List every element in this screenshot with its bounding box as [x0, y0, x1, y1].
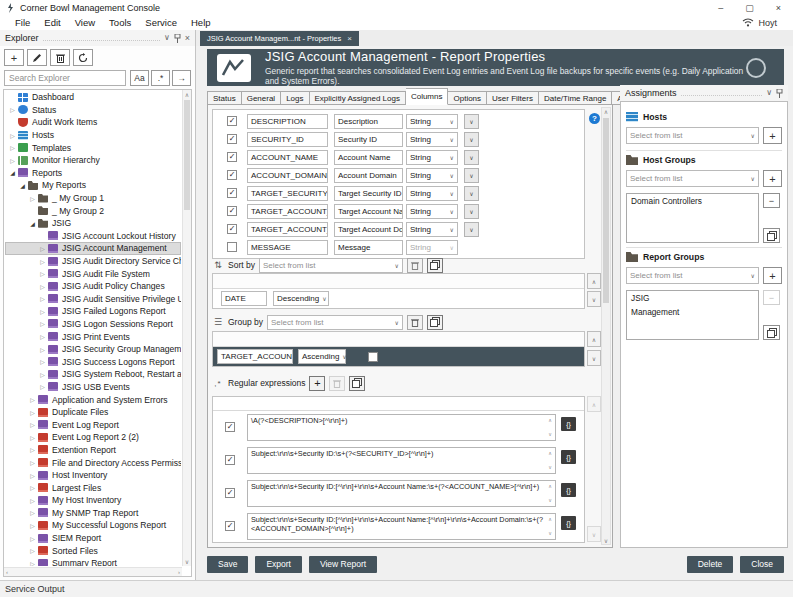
tree-item[interactable]: ▷Application and System Errors	[5, 393, 181, 406]
regex-copy-button[interactable]	[349, 376, 365, 391]
collapsed-expander-icon[interactable]: ▷	[38, 270, 47, 277]
column-name-input[interactable]: ACCOUNT_NAME	[247, 150, 328, 165]
column-display-input[interactable]: Target Account Domain	[334, 222, 403, 237]
search-input[interactable]: Search Explorer	[4, 70, 126, 86]
assignment-remove-button[interactable]: −	[763, 193, 780, 208]
close-properties-button[interactable]: Close	[740, 556, 784, 573]
tree-item[interactable]: ▷JSIG Audit Directory Service Changes (G…	[5, 255, 181, 268]
tree-item[interactable]: ▷JSIG Audit File System	[5, 267, 181, 280]
collapsed-expander-icon[interactable]: ▷	[28, 396, 37, 403]
tree-item[interactable]: ▷Summary Report	[5, 557, 181, 566]
column-type-select[interactable]: String∨	[406, 222, 458, 237]
collapsed-expander-icon[interactable]: ▷	[38, 333, 47, 340]
assignment-add-button[interactable]: +	[763, 267, 782, 284]
insert-token-button[interactable]: {}	[561, 516, 576, 530]
tree-item[interactable]: ▷Status	[5, 104, 181, 117]
tree-item[interactable]: ▷JSIG Logon Sessions Report	[5, 318, 181, 331]
assignment-listbox[interactable]: JSIGManagement	[626, 290, 759, 340]
column-enabled-checkbox[interactable]: ✓	[227, 206, 237, 216]
regex-filter-button[interactable]: .*	[151, 70, 170, 86]
tree-item[interactable]: ▷My Successful Logons Report	[5, 519, 181, 532]
assignment-listbox[interactable]: Domain Controllers	[626, 193, 759, 243]
column-options-button[interactable]: ∨	[464, 114, 479, 129]
column-name-input[interactable]: TARGET_ACCOUNT_DOMAIN	[247, 222, 328, 237]
regex-enabled-checkbox[interactable]: ✓	[225, 455, 235, 465]
regex-enabled-checkbox[interactable]: ✓	[225, 422, 235, 432]
collapsed-expander-icon[interactable]: ▷	[28, 560, 37, 566]
assignment-select[interactable]: Select from list∨	[626, 170, 759, 187]
column-options-button[interactable]: ∨	[464, 132, 479, 147]
assignment-copy-button[interactable]	[763, 325, 780, 340]
collapsed-expander-icon[interactable]: ▷	[28, 497, 37, 504]
regex-enabled-checkbox[interactable]: ✓	[225, 521, 235, 531]
tree-item[interactable]: ◢JSIG	[5, 217, 181, 230]
tree-item[interactable]: ▷Duplicate Files	[5, 406, 181, 419]
textbox-scrollbar[interactable]: ∧∨	[546, 482, 554, 505]
column-display-input[interactable]: Target Account Name	[334, 204, 403, 219]
tab-date-time-range[interactable]: Date/Time Range	[539, 91, 612, 105]
regex-value-input[interactable]: Subject:\r\n\s+Security ID:[^\r\n]+\r\n\…	[247, 513, 556, 540]
assignment-select[interactable]: Select from list∨	[626, 127, 759, 144]
column-enabled-checkbox[interactable]: ✓	[227, 224, 237, 234]
page-scrollbar[interactable]: ∧∨	[601, 107, 611, 545]
group-copy-button[interactable]	[427, 315, 443, 330]
tree-item[interactable]: ▷Extention Report	[5, 444, 181, 457]
collapsed-expander-icon[interactable]: ▷	[38, 245, 47, 252]
column-type-select[interactable]: String∨	[406, 150, 458, 165]
textbox-scrollbar[interactable]: ∧∨	[546, 515, 554, 538]
expanded-expander-icon[interactable]: ◢	[8, 169, 17, 176]
column-name-input[interactable]: ACCOUNT_DOMAIN	[247, 168, 328, 183]
column-display-input[interactable]: Account Name	[334, 150, 403, 165]
tree-item[interactable]: ▷JSIG Audit Sensitive Privilege Use	[5, 293, 181, 306]
collapsed-expander-icon[interactable]: ▷	[28, 195, 37, 202]
tree-item[interactable]: ▷Monitor Hierarchy	[5, 154, 181, 167]
edit-button[interactable]	[27, 49, 47, 66]
assignment-select[interactable]: Select from list∨	[626, 267, 759, 284]
column-type-select[interactable]: String∨	[406, 114, 458, 129]
assignment-add-button[interactable]: +	[763, 170, 782, 187]
column-type-select[interactable]: String∨	[406, 240, 458, 255]
tab-logs[interactable]: Logs	[281, 91, 309, 105]
menu-item-service[interactable]: Service	[138, 17, 184, 28]
menu-item-tools[interactable]: Tools	[102, 17, 138, 28]
collapsed-expander-icon[interactable]: ▷	[28, 522, 37, 529]
column-name-input[interactable]: TARGET_ACCOUNT_NAME	[247, 204, 328, 219]
sort-by-select[interactable]: Select from list∨	[259, 258, 403, 273]
collapsed-expander-icon[interactable]: ▷	[28, 446, 37, 453]
collapsed-expander-icon[interactable]: ▷	[28, 409, 37, 416]
tree-item[interactable]: ▷My SNMP Trap Report	[5, 507, 181, 520]
close-button[interactable]: ×	[776, 3, 781, 13]
collapsed-expander-icon[interactable]: ▷	[38, 258, 47, 265]
collapsed-expander-icon[interactable]: ▷	[28, 434, 37, 441]
tree-vertical-scrollbar[interactable]: ∧∨	[182, 90, 191, 566]
column-display-input[interactable]: Message	[334, 240, 403, 255]
regex-delete-button[interactable]	[329, 376, 345, 391]
tree-item[interactable]: ▷Event Log Report 2 (2)	[5, 431, 181, 444]
regex-value-input[interactable]: \A(?<DESCRIPTION>[^\r\n]+)∧∨	[247, 414, 556, 441]
tree-item[interactable]: Audit Work Items	[5, 116, 181, 129]
expanded-expander-icon[interactable]: ◢	[18, 182, 27, 189]
tree-item[interactable]: ▷Largest Files	[5, 481, 181, 494]
column-options-button[interactable]: ∨	[464, 204, 479, 219]
tree-item[interactable]: ▷JSIG Print Events	[5, 330, 181, 343]
regex-add-button[interactable]: +	[309, 376, 325, 391]
tree-item[interactable]: ◢My Reports	[5, 179, 181, 192]
insert-token-button[interactable]: {}	[561, 450, 576, 464]
menu-item-edit[interactable]: Edit	[37, 17, 67, 28]
column-name-input[interactable]: TARGET_SECURITY_ID	[247, 186, 328, 201]
wifi-icon[interactable]	[742, 18, 754, 27]
document-tab-close-icon[interactable]: ×	[347, 34, 352, 43]
collapsed-expander-icon[interactable]: ▷	[28, 547, 37, 554]
chevron-down-icon[interactable]: ∨	[766, 89, 772, 97]
export-button[interactable]: Export	[255, 556, 302, 573]
tree-item[interactable]: ▷JSIG Account Management	[5, 242, 181, 255]
menu-item-help[interactable]: Help	[184, 17, 218, 28]
tree-item[interactable]: JSIG Account Lockout History	[5, 230, 181, 243]
collapsed-expander-icon[interactable]: ▷	[38, 283, 47, 290]
group-order-select[interactable]: Ascending∨	[298, 349, 346, 364]
minimize-button[interactable]: –	[718, 3, 723, 13]
tab-user-filters[interactable]: User Filters	[487, 91, 539, 105]
column-enabled-checkbox[interactable]: ✓	[227, 170, 237, 180]
menu-item-file[interactable]: File	[8, 17, 37, 28]
column-type-select[interactable]: String∨	[406, 168, 458, 183]
